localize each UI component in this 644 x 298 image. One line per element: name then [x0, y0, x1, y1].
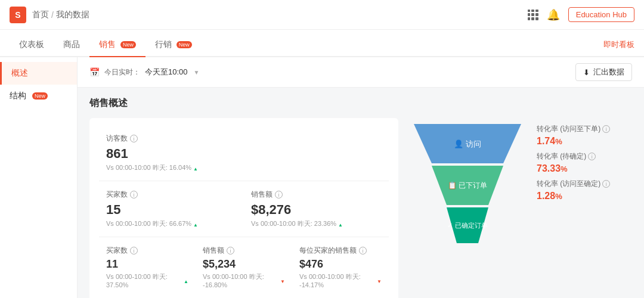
buyers-compare: Vs 00:00-10:00 昨天: 66.67%	[106, 219, 237, 228]
divider-1	[99, 181, 389, 181]
date-value[interactable]: 今天至10:00	[145, 67, 188, 77]
topbar-right: 🔔 Education Hub	[528, 7, 634, 22]
sales2-info-icon[interactable]: i	[227, 247, 234, 254]
instant-view-button[interactable]: 即时看板	[603, 39, 634, 50]
divider-2	[99, 237, 389, 237]
edu-hub-button[interactable]: Education Hub	[568, 7, 634, 22]
export-icon: ⬇	[583, 68, 590, 77]
stat-visitors-row: 访客数 i 861 Vs 00:00-10:00 昨天: 16.04%	[99, 128, 389, 178]
breadcrumb-home[interactable]: 首页	[32, 10, 49, 20]
tab-sales[interactable]: 销售 New	[89, 39, 145, 56]
visitors-value: 861	[106, 146, 382, 162]
overview-container: 访客数 i 861 Vs 00:00-10:00 昨天: 16.04%	[89, 118, 632, 298]
breadcrumb: 首页 / 我的数据	[32, 10, 89, 20]
conv1-info-icon[interactable]: i	[602, 125, 610, 133]
date-label: 今日实时：	[104, 67, 140, 77]
stat-row-3: 买家数 i 11 Vs 00:00-10:00 昨天: 37.50%	[99, 240, 389, 294]
buyers2-trend-icon	[184, 277, 188, 284]
bell-icon[interactable]: 🔔	[547, 8, 560, 21]
sales2-compare: Vs 00:00-10:00 昨天: -16.80%	[203, 272, 285, 288]
grid-icon[interactable]	[528, 10, 538, 20]
stat-buyers2: 买家数 i 11 Vs 00:00-10:00 昨天: 37.50%	[99, 240, 196, 294]
buyers2-compare: Vs 00:00-10:00 昨天: 37.50%	[106, 272, 188, 288]
section-title: 销售概述	[89, 97, 632, 110]
buyers2-value: 11	[106, 258, 188, 271]
visitors-compare: Vs 00:00-10:00 昨天: 16.04%	[106, 163, 382, 172]
buyers-info-icon[interactable]: i	[130, 191, 138, 198]
funnel-label-visit: 👤 访问	[454, 139, 481, 149]
sidebar-item-structure[interactable]: 结构 New	[0, 85, 77, 107]
stat-visitors: 访客数 i 861 Vs 00:00-10:00 昨天: 16.04%	[99, 128, 389, 178]
funnel-chart: 👤 访问 📋 已下订单 ✓ 已确定订单	[408, 118, 527, 243]
tab-dashboard[interactable]: 仪表板	[10, 39, 54, 56]
sidebar: 概述 结构 New	[0, 57, 78, 298]
funnel-label-confirmed: ✓ 已确定订单	[447, 222, 487, 229]
buyers-trend-icon	[193, 221, 198, 228]
tab-marketing[interactable]: 行销 New	[145, 39, 202, 56]
breadcrumb-sep: /	[51, 10, 54, 20]
visitors-trend-icon	[193, 164, 198, 172]
funnel-label-ordered: 📋 已下订单	[448, 181, 487, 190]
conv-item-1: 转化率 (访问至下单) i 1.74%	[537, 124, 632, 147]
export-button[interactable]: ⬇ 汇出数据	[575, 63, 632, 81]
buyers-value: 15	[106, 202, 237, 218]
per-buyer-value: $476	[299, 258, 382, 271]
topbar: S 首页 / 我的数据 🔔 Education Hub	[0, 0, 644, 30]
breadcrumb-current: 我的数据	[56, 10, 89, 20]
sales-info-icon[interactable]: i	[275, 191, 283, 198]
per-buyer-info-icon[interactable]: i	[359, 247, 367, 254]
sales-compare: Vs 00:00-10:00 昨天: 23.36%	[251, 219, 382, 228]
sales-overview-section: 销售概述 访客数 i 861 Vs 00:00-10:00 昨	[78, 88, 644, 298]
shopee-logo: S	[10, 7, 26, 23]
conv1-value: 1.74%	[537, 136, 632, 147]
sidebar-item-overview[interactable]: 概述	[0, 62, 77, 85]
tab-products[interactable]: 商品	[54, 39, 89, 56]
main-layout: 概述 结构 New 📅 今日实时： 今天至10:00 ▼ ⬇ 汇出数据 销售概述	[0, 57, 644, 298]
conv2-value: 73.33%	[537, 163, 632, 174]
stat-row-2: 买家数 i 15 Vs 00:00-10:00 昨天: 66.67%	[99, 184, 389, 234]
filter-bar: 📅 今日实时： 今天至10:00 ▼ ⬇ 汇出数据	[78, 57, 644, 88]
stat-sales-amount2: 销售额 i $5,234 Vs 00:00-10:00 昨天: -16.80%	[196, 240, 292, 294]
stat-buyers: 买家数 i 15 Vs 00:00-10:00 昨天: 66.67%	[99, 184, 244, 234]
navtabs: 仪表板 商品 销售 New 行销 New 即时看板	[0, 30, 644, 57]
conv-item-3: 转化率 (访问至确定) i 1.28%	[537, 179, 632, 201]
buyers2-info-icon[interactable]: i	[130, 247, 138, 254]
sales-amount2-value: $5,234	[203, 258, 285, 271]
funnel-svg: 👤 访问 📋 已下订单 ✓ 已确定订单	[408, 118, 527, 243]
sales-new-badge: New	[120, 41, 136, 48]
stat-sales-amount: 销售额 i $8,276 Vs 00:00-10:00 昨天: 23.36%	[244, 184, 389, 234]
sales-amount-value: $8,276	[251, 202, 382, 218]
sales-trend-icon	[338, 221, 343, 228]
marketing-new-badge: New	[177, 41, 192, 48]
structure-new-badge: New	[32, 92, 48, 100]
content-area: 📅 今日实时： 今天至10:00 ▼ ⬇ 汇出数据 销售概述	[78, 57, 644, 298]
per-buyer-compare: Vs 00:00-10:00 昨天: -14.17%	[299, 272, 382, 288]
stat-per-buyer: 每位买家的销售额 i $476 Vs 00:00-10:00 昨天: -14.1…	[292, 240, 389, 294]
visitors-info-icon[interactable]: i	[130, 135, 138, 142]
filter-left: 📅 今日实时： 今天至10:00 ▼	[89, 67, 199, 77]
stats-panel: 访客数 i 861 Vs 00:00-10:00 昨天: 16.04%	[89, 118, 398, 298]
conversion-panel: 转化率 (访问至下单) i 1.74% 转化率 (待确定) i	[537, 118, 632, 207]
conv-item-2: 转化率 (待确定) i 73.33%	[537, 151, 632, 174]
chevron-down-icon[interactable]: ▼	[194, 69, 200, 76]
conv2-info-icon[interactable]: i	[588, 153, 596, 160]
conv3-value: 1.28%	[537, 191, 632, 201]
sales2-trend-icon	[280, 277, 285, 284]
per-buyer-trend-icon	[377, 277, 382, 284]
conv3-info-icon[interactable]: i	[602, 180, 610, 188]
calendar-icon: 📅	[89, 67, 100, 77]
